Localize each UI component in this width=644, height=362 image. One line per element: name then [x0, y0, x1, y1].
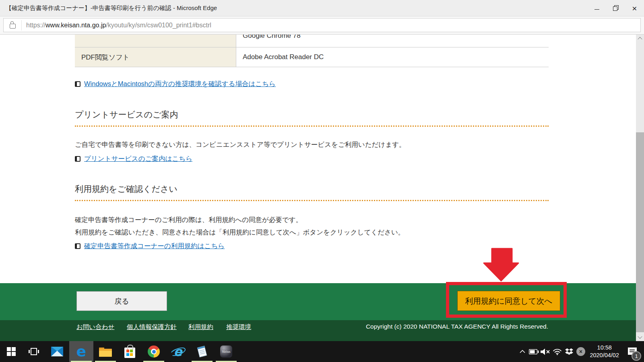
clock-date: 2020/04/02: [590, 352, 619, 359]
table-label-cell: [75, 35, 236, 47]
lock-icon: [10, 24, 16, 29]
windows-taskbar: e e: [0, 341, 644, 362]
volume-indicator[interactable]: [540, 341, 551, 362]
address-bar[interactable]: https://www.keisan.nta.go.jp/kyoutu/ky/s…: [3, 18, 641, 32]
chevron-up-icon: [520, 350, 525, 354]
url-protocol: https://: [26, 22, 45, 29]
print-service-heading: プリントサービスのご案内: [75, 109, 549, 127]
restore-button[interactable]: [606, 0, 625, 16]
edge-icon: e: [76, 344, 86, 359]
print-service-text: ご自宅で申告書等を印刷できない方は、コンビニエンスストア等でプリントサービスをご…: [75, 140, 406, 149]
mail-icon: [51, 347, 63, 356]
dropbox-tray-item[interactable]: [563, 341, 575, 362]
scroll-down-button[interactable]: [636, 333, 644, 341]
start-button[interactable]: [0, 341, 23, 362]
environment-link-row: WindowsとMacintoshの両方の推奨環境を確認する場合はこちら: [75, 80, 276, 88]
wifi-icon: [553, 348, 562, 355]
window-title: 【確定申告書等作成コーナー】-申告書等印刷を行う前の確認 - Microsoft…: [6, 4, 217, 12]
status-tray-item[interactable]: ×: [575, 341, 586, 362]
taskbar-item-notepad[interactable]: [190, 341, 214, 362]
footer-link-environment[interactable]: 推奨環境: [226, 323, 251, 331]
taskbar-item-internet-explorer[interactable]: e: [166, 341, 190, 362]
terms-link-row: 確定申告書等作成コーナーの利用規約はこちら: [75, 242, 225, 251]
chevron-down-icon: [638, 334, 642, 339]
notification-badge: 1: [632, 351, 641, 361]
external-page-icon: [75, 243, 80, 249]
external-page-icon: [75, 156, 80, 162]
footer-link-privacy[interactable]: 個人情報保護方針: [127, 323, 177, 331]
task-view-button[interactable]: [23, 341, 45, 362]
table-row: PDF閲覧ソフト Adobe Acrobat Reader DC: [75, 47, 549, 67]
table-value-cell: Adobe Acrobat Reader DC: [236, 47, 549, 67]
print-service-link-row: プリントサービスのご案内はこちら: [75, 154, 192, 163]
close-icon: ×: [632, 4, 637, 12]
external-page-icon: [75, 81, 80, 87]
internet-explorer-icon: e: [173, 346, 182, 358]
environment-link[interactable]: WindowsとMacintoshの両方の推奨環境を確認する場合はこちら: [84, 80, 276, 88]
taskbar-item-chrome[interactable]: [142, 341, 166, 362]
terms-text-2: 利用規約をご確認いただき、同意された場合は「利用規約に同意して次へ」ボタンをクリ…: [75, 228, 405, 237]
notepad-icon: [196, 346, 208, 358]
action-center-button[interactable]: 1: [623, 341, 642, 362]
print-service-link[interactable]: プリントサービスのご案内はこちら: [84, 154, 192, 163]
close-button[interactable]: ×: [625, 0, 644, 16]
vertical-scrollbar[interactable]: [636, 35, 644, 341]
taskbar-item-file-explorer[interactable]: [93, 341, 118, 362]
table-row: Google Chrome 78: [75, 35, 549, 47]
minimize-button[interactable]: [587, 0, 606, 16]
task-view-icon: [29, 347, 39, 356]
tray-expand-button[interactable]: [516, 341, 528, 362]
sirius-icon: Sirius: [220, 346, 232, 358]
file-explorer-icon: [99, 346, 112, 357]
terms-text-1: 確定申告書等作成コーナーのご利用の際は、利用規約への同意が必要です。: [75, 216, 302, 224]
lock-icon-wrap[interactable]: [4, 20, 22, 31]
footer-link-contact[interactable]: お問い合わせ: [76, 323, 114, 331]
speaker-muted-icon: [541, 348, 551, 355]
taskbar-clock[interactable]: 10:58 2020/04/02: [590, 344, 619, 359]
recommended-environment-table: Google Chrome 78 PDF閲覧ソフト Adobe Acrobat …: [75, 35, 549, 67]
network-indicator[interactable]: [551, 341, 563, 362]
back-button[interactable]: 戻る: [76, 291, 167, 311]
taskbar-item-store[interactable]: [118, 341, 142, 362]
scroll-up-button[interactable]: [636, 35, 644, 43]
url-path: /kyoutu/ky/sm/csw0100_print1#bsctrl: [106, 22, 211, 29]
window-controls: ×: [587, 0, 644, 16]
address-bar-row: https://www.keisan.nta.go.jp/kyoutu/ky/s…: [0, 16, 644, 35]
taskbar-item-edge[interactable]: e: [69, 341, 93, 362]
windows-logo-icon: [6, 347, 16, 356]
taskbar-item-mail[interactable]: [45, 341, 69, 362]
battery-icon: [529, 349, 539, 354]
page-content: Google Chrome 78 PDF閲覧ソフト Adobe Acrobat …: [0, 35, 644, 341]
table-label-cell: PDF閲覧ソフト: [75, 47, 236, 67]
window-titlebar: 【確定申告書等作成コーナー】-申告書等印刷を行う前の確認 - Microsoft…: [0, 0, 644, 16]
scrollbar-thumb[interactable]: [636, 132, 644, 332]
minimize-icon: [594, 9, 599, 10]
footer-link-terms[interactable]: 利用規約: [188, 323, 213, 331]
dropbox-icon: [565, 348, 573, 355]
terms-heading: 利用規約をご確認ください: [75, 183, 549, 201]
terms-link[interactable]: 確定申告書等作成コーナーの利用規約はこちら: [84, 242, 225, 251]
red-arrow-annotation: [483, 248, 520, 282]
url-host: www.keisan.nta.go.jp: [45, 22, 106, 29]
restore-icon: [613, 5, 619, 11]
circle-x-icon: ×: [576, 347, 585, 356]
system-tray: × 10:58 2020/04/02 1: [516, 341, 644, 362]
chrome-icon: [148, 346, 160, 358]
table-value-cell: Google Chrome 78: [236, 35, 549, 47]
battery-indicator[interactable]: [528, 341, 540, 362]
copyright-text: Copyright (c) 2020 NATIONAL TAX AGENCY A…: [366, 323, 548, 330]
store-icon: [124, 348, 135, 358]
clock-time: 10:58: [590, 344, 619, 352]
taskbar-item-sirius[interactable]: Sirius: [214, 341, 238, 362]
url-text[interactable]: https://www.keisan.nta.go.jp/kyoutu/ky/s…: [26, 22, 211, 29]
highlight-rectangle-annotation: [446, 282, 567, 318]
chevron-up-icon: [638, 37, 642, 41]
